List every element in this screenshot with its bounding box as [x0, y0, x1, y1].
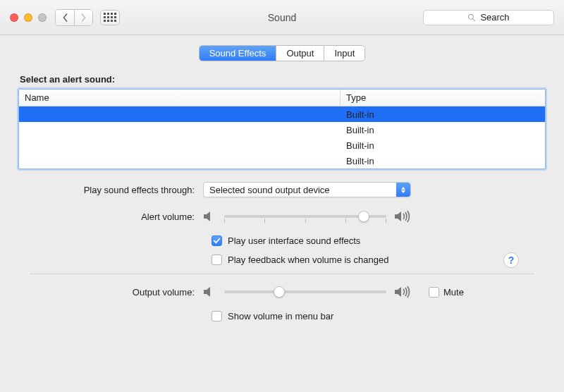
mute-label: Mute: [443, 287, 464, 298]
close-window-button[interactable]: [10, 13, 18, 22]
updown-arrows-icon: [396, 183, 410, 197]
table-row[interactable]: Built-in: [19, 153, 545, 169]
mute-row: Mute: [429, 287, 464, 298]
nav-back-forward: [55, 9, 93, 26]
table-row[interactable]: Built-in: [19, 106, 545, 122]
divider: [30, 274, 534, 274]
ui-sounds-row: Play user interface sound effects: [212, 235, 537, 246]
chevron-left-icon: [62, 13, 68, 22]
speaker-loud-icon: [393, 286, 412, 298]
cell-type: Built-in: [341, 125, 545, 135]
titlebar: Sound Search: [0, 0, 564, 35]
select-value: Selected sound output device: [209, 185, 330, 195]
table-row[interactable]: Built-in: [19, 122, 545, 137]
cell-type: Built-in: [341, 109, 545, 120]
column-type[interactable]: Type: [341, 90, 545, 106]
minimize-window-button[interactable]: [24, 13, 32, 22]
mute-checkbox[interactable]: [429, 287, 439, 298]
search-placeholder: Search: [480, 12, 509, 23]
output-volume-row: Output volume: Mute: [27, 286, 537, 298]
menu-bar-checkbox[interactable]: [212, 311, 222, 321]
zoom-window-button[interactable]: [38, 13, 47, 22]
table-body[interactable]: Built-in Built-in Built-in Built-in: [19, 106, 545, 169]
alert-volume-label: Alert volume:: [27, 212, 203, 222]
menu-bar-label: Show volume in menu bar: [228, 311, 333, 321]
cell-type: Built-in: [341, 140, 545, 151]
show-all-prefs-button[interactable]: [100, 10, 120, 25]
help-button[interactable]: ?: [503, 252, 519, 268]
check-icon: [213, 237, 221, 245]
traffic-lights: [10, 13, 47, 22]
feedback-label: Play feedback when volume is changed: [228, 255, 388, 265]
alert-volume-slider[interactable]: [224, 210, 386, 223]
feedback-checkbox[interactable]: [212, 255, 222, 265]
ui-sounds-label: Play user interface sound effects: [228, 235, 360, 246]
alert-sound-table[interactable]: Name Type Built-in Built-in Built-in Bui…: [18, 89, 546, 169]
speaker-mute-icon: [203, 210, 217, 223]
tab-sound-effects[interactable]: Sound Effects: [200, 46, 276, 61]
menu-bar-row: Show volume in menu bar: [212, 311, 537, 321]
search-input[interactable]: Search: [423, 10, 554, 25]
back-button[interactable]: [56, 10, 74, 25]
tab-input[interactable]: Input: [324, 46, 364, 61]
cell-type: Built-in: [341, 156, 545, 166]
search-icon: [467, 13, 476, 22]
feedback-row: Play feedback when volume is changed ?: [212, 255, 537, 265]
forward-button[interactable]: [74, 10, 92, 25]
tab-bar: Sound Effects Output Input: [13, 45, 551, 61]
play-through-label: Play sound effects through:: [27, 185, 203, 195]
ui-sounds-checkbox[interactable]: [212, 235, 222, 246]
table-row[interactable]: Built-in: [19, 137, 545, 153]
alert-volume-row: Alert volume:: [27, 210, 537, 223]
slider-knob[interactable]: [358, 211, 369, 222]
tab-output[interactable]: Output: [276, 46, 324, 61]
window-title: Sound: [268, 12, 296, 23]
apps-grid-icon: [104, 13, 116, 22]
content-area: Sound Effects Output Input Select an ale…: [0, 35, 564, 341]
alert-sound-title: Select an alert sound:: [20, 74, 544, 85]
slider-knob[interactable]: [274, 286, 285, 298]
table-header: Name Type: [19, 90, 545, 106]
play-through-select[interactable]: Selected sound output device: [203, 182, 411, 197]
slider-track: [224, 290, 386, 293]
output-volume-slider[interactable]: [224, 286, 386, 298]
tab-segmented-control: Sound Effects Output Input: [199, 45, 366, 61]
chevron-right-icon: [80, 13, 87, 22]
output-volume-label: Output volume:: [27, 287, 203, 298]
column-name[interactable]: Name: [19, 90, 341, 106]
play-through-row: Play sound effects through: Selected sou…: [27, 182, 537, 197]
svg-line-1: [473, 18, 475, 20]
speaker-mute-icon: [203, 286, 217, 298]
speaker-loud-icon: [393, 210, 412, 223]
